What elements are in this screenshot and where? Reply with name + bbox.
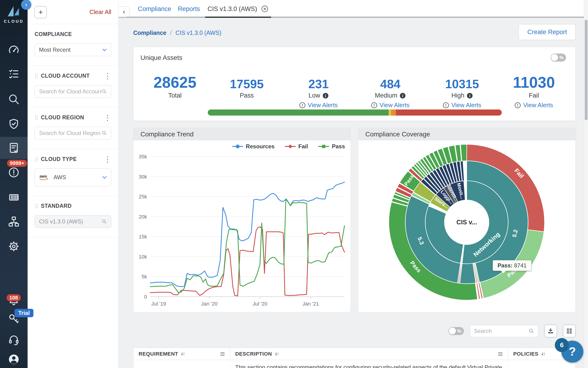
cloud-type-select[interactable]: aws AWS: [35, 168, 111, 186]
scrollbar-thumb[interactable]: [585, 20, 588, 120]
filter-section-label: CLOUD REGION: [41, 114, 84, 121]
sidebar-item-support[interactable]: [0, 329, 27, 351]
sidebar-item-policies[interactable]: [0, 113, 27, 135]
filter-section-label: CLOUD TYPE: [41, 156, 77, 162]
requirement-label: Networking: [139, 367, 168, 368]
trial-badge: Trial: [15, 309, 33, 317]
sidebar-item-profile[interactable]: [0, 348, 27, 368]
checklist-icon: [8, 68, 20, 80]
info-icon[interactable]: i: [323, 93, 329, 99]
sidebar-item-settings[interactable]: [0, 235, 27, 257]
percent-toggle[interactable]: %: [551, 54, 566, 62]
filter-section-cloud-type: CLOUD TYPE ⋮ aws AWS: [27, 149, 118, 196]
breadcrumb-compliance[interactable]: Compliance: [133, 29, 167, 36]
stat-label: Total: [168, 92, 182, 99]
legend-pass[interactable]: Pass: [318, 143, 345, 150]
legend-resources[interactable]: Resources: [232, 143, 275, 150]
shield-check-icon: [8, 118, 20, 130]
policies-count-link[interactable]: 5: [513, 367, 517, 368]
view-alerts-label: View Alerts: [308, 101, 338, 109]
sidebar-item-topology[interactable]: [0, 211, 27, 232]
create-report-button[interactable]: Create Report: [518, 24, 576, 40]
cloud-region-search[interactable]: [35, 127, 111, 139]
column-description[interactable]: DESCRIPTION: [230, 348, 508, 360]
view-alerts-link[interactable]: View Alerts: [282, 101, 354, 109]
sidebar-item-compliance[interactable]: [0, 137, 27, 159]
filter-section-label: COMPLIANCE: [35, 31, 72, 37]
columns-button[interactable]: [563, 325, 576, 337]
tooltip-value: 8741: [514, 262, 527, 268]
sidebar-item-compute[interactable]: [0, 186, 27, 208]
standard-filter-input[interactable]: [39, 218, 102, 225]
legend-label: Resources: [246, 143, 275, 150]
sidebar-item-investigate[interactable]: [0, 88, 27, 110]
cloud-region-search-input[interactable]: [39, 130, 102, 136]
sidebar-item-inventory[interactable]: [0, 63, 27, 85]
clear-all-filters-link[interactable]: Clear All: [89, 9, 111, 15]
compliance-trend-card: Compliance Trend Resources Fail Pass: [133, 128, 351, 312]
help-notification-badge: 6: [555, 338, 569, 352]
column-menu-icon[interactable]: [220, 352, 225, 356]
headset-icon: [8, 334, 20, 346]
table-search-input[interactable]: [474, 328, 529, 334]
tab-reports[interactable]: Reports: [178, 0, 200, 18]
sort-icon[interactable]: [180, 352, 185, 356]
table-search[interactable]: [470, 325, 538, 337]
drag-handle-icon[interactable]: [35, 74, 38, 79]
view-alerts-link[interactable]: View Alerts: [498, 101, 570, 109]
download-button[interactable]: [544, 325, 557, 337]
alerts-count-badge: 9999+: [7, 160, 27, 167]
chevron-down-icon: [102, 48, 107, 51]
pass-fail-progress-bar: [208, 110, 502, 116]
add-filter-button[interactable]: +: [35, 6, 47, 18]
column-requirement[interactable]: REQUIREMENT: [133, 348, 230, 360]
gear-icon: [8, 240, 20, 252]
stat-label: Medium: [375, 92, 397, 99]
svg-text:35k: 35k: [139, 154, 147, 160]
compliance-trend-title: Compliance Trend: [133, 128, 351, 140]
svg-text:Jan '20: Jan '20: [201, 301, 217, 307]
view-alerts-link[interactable]: View Alerts: [355, 101, 426, 109]
cloud-account-search-input[interactable]: [39, 88, 102, 95]
tab-compliance[interactable]: Compliance: [138, 0, 171, 18]
breadcrumb-standard[interactable]: CIS v1.3.0 (AWS): [176, 29, 221, 36]
kebab-menu-icon[interactable]: ⋮: [104, 115, 111, 120]
info-icon[interactable]: i: [400, 93, 406, 99]
svg-text:10k: 10k: [139, 254, 147, 260]
search-icon: [8, 93, 20, 105]
magnifier-icon: [102, 89, 107, 94]
coverage-sunburst-chart[interactable]: NetworkingStora...Loggi...Identit...Moni…: [358, 140, 575, 312]
sidebar-item-dashboard[interactable]: [0, 39, 27, 61]
expand-panel-button[interactable]: ›: [21, 0, 31, 10]
table-percent-toggle[interactable]: %: [448, 327, 464, 335]
cloud-account-search[interactable]: [35, 85, 111, 98]
trend-line-chart: 05k10k15k20k25k30k35kJul '19Jan '20Jul '…: [133, 140, 351, 312]
stat-fail: 11030 Fail View Alerts: [498, 73, 570, 109]
page-scrollbar: [584, 0, 588, 368]
svg-text:Jan '21: Jan '21: [302, 301, 319, 307]
column-menu-icon[interactable]: [498, 352, 503, 356]
close-tab-icon[interactable]: [261, 5, 269, 13]
alert-circle-icon: [8, 166, 20, 178]
drag-handle-icon[interactable]: [35, 115, 38, 120]
stat-pass: 17595 Pass: [211, 73, 282, 109]
drag-handle-icon[interactable]: [35, 203, 38, 209]
legend-fail[interactable]: Fail: [285, 143, 308, 150]
trend-legend: Resources Fail Pass: [232, 143, 345, 150]
info-icon[interactable]: i: [467, 93, 473, 99]
kebab-menu-icon[interactable]: ⋮: [104, 74, 111, 78]
compliance-coverage-card: Compliance Coverage NetworkingStora...Lo…: [358, 128, 576, 312]
sort-icon[interactable]: [274, 352, 280, 356]
table-toolbar: %: [133, 325, 576, 337]
view-alerts-link[interactable]: View Alerts: [426, 101, 498, 109]
drag-handle-icon[interactable]: [35, 157, 38, 162]
compliance-time-select[interactable]: Most Recent: [35, 44, 111, 56]
alert-outline-icon: [371, 102, 377, 108]
logo-text: CLOUD: [0, 19, 27, 24]
sort-icon[interactable]: [541, 352, 546, 356]
column-label: DESCRIPTION: [235, 351, 272, 357]
tab-cis-v130-aws[interactable]: CIS v1.3.0 (AWS): [208, 0, 269, 18]
kebab-menu-icon[interactable]: ⋮: [104, 157, 111, 162]
collapse-filters-button[interactable]: ‹: [118, 6, 130, 17]
requirement-link[interactable]: Networking: [139, 367, 176, 368]
